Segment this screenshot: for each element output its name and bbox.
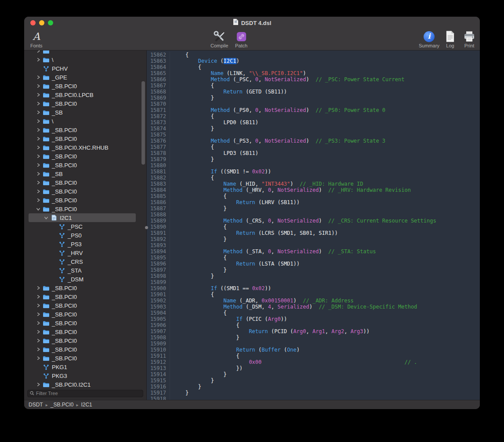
print-button[interactable]: Print — [463, 30, 475, 48]
chevron-right-icon[interactable] — [36, 145, 41, 150]
tree-item-label: _SB — [52, 109, 63, 116]
chevron-right-icon[interactable] — [36, 57, 41, 62]
fonts-button[interactable]: A Fonts — [30, 30, 43, 48]
chevron-down-icon[interactable] — [36, 206, 41, 212]
pane-resize-handle[interactable] — [145, 226, 148, 229]
chevron-right-icon[interactable] — [36, 285, 41, 291]
tree-item[interactable]: PKG3 — [24, 371, 146, 380]
line-number: 15867 — [147, 83, 170, 89]
line-number: 15906 — [147, 322, 170, 328]
tree-item[interactable]: PKG1 — [24, 363, 146, 371]
chevron-right-icon[interactable] — [36, 101, 41, 106]
chevron-right-icon[interactable] — [36, 75, 41, 80]
chevron-right-icon[interactable] — [36, 83, 41, 89]
tree-item[interactable]: _SB.PCI0 — [24, 152, 146, 161]
tree-item[interactable]: \ — [24, 117, 146, 126]
tree-item[interactable]: _SB.PCI0 — [24, 99, 146, 108]
tree-item[interactable]: _SB — [24, 108, 146, 117]
tree-item[interactable]: _SB.PCI0 — [24, 187, 146, 196]
chevron-right-icon[interactable] — [36, 198, 41, 203]
chevron-right-icon[interactable] — [36, 154, 41, 159]
code-line: 15883 Name (_HID, "INT3443") // _HID: Ha… — [147, 181, 480, 187]
tree-item[interactable]: _CRS — [24, 257, 146, 266]
tree-item[interactable]: _PS3 — [24, 240, 146, 248]
chevron-down-icon[interactable] — [44, 215, 49, 220]
filter-tree-field[interactable] — [27, 390, 143, 397]
tree-item[interactable]: _SB.PCI0 — [24, 82, 146, 90]
tree-scroll-area: \PCHV_GPE_SB.PCI0_SB.PCI0.LPCB_SB.PCI0_S… — [24, 50, 146, 388]
tree-item[interactable]: _SB — [24, 169, 146, 178]
chevron-right-icon[interactable] — [36, 347, 41, 352]
chevron-right-icon[interactable] — [36, 110, 41, 115]
tree-item[interactable]: _PSC — [24, 222, 146, 231]
tree-item[interactable]: _STA — [24, 266, 146, 275]
tree-item[interactable] — [24, 50, 146, 55]
tree-item[interactable]: _SB.PCI0 — [24, 161, 146, 169]
close-button[interactable] — [30, 20, 36, 25]
chevron-right-icon[interactable] — [36, 136, 41, 141]
sidebar-scrollbar-thumb[interactable] — [141, 81, 145, 165]
tree-item[interactable]: _SB.PCI0 — [24, 301, 146, 310]
tree-item[interactable]: _SB.PCI0 — [24, 284, 146, 292]
summary-button[interactable]: i Summary — [419, 30, 439, 48]
chevron-right-icon[interactable] — [36, 294, 41, 299]
code-line: 15873 LPD0 (SB11) — [147, 119, 480, 126]
tree-item[interactable]: _SB.PCI0 — [24, 336, 146, 345]
code-line: 15890 { — [147, 224, 480, 230]
log-label: Log — [446, 43, 454, 48]
tree-item[interactable]: _SB.PCI0 — [24, 205, 146, 213]
tree-item[interactable]: _SB.PCI0.I2C1 — [24, 380, 146, 388]
tree-item[interactable]: _SB.PCI0 — [24, 319, 146, 327]
tree-item[interactable]: _HRV — [24, 248, 146, 257]
line-number: 15905 — [147, 316, 170, 322]
tree-item[interactable]: \ — [24, 55, 146, 64]
chevron-right-icon[interactable] — [36, 312, 41, 317]
zoom-button[interactable] — [48, 20, 53, 25]
chevron-right-icon[interactable] — [36, 92, 41, 97]
tree-item[interactable]: _SB.PCI0 — [24, 126, 146, 134]
minimize-button[interactable] — [39, 20, 44, 25]
tree-item[interactable]: _SB.PCI0 — [24, 134, 146, 143]
chevron-right-icon[interactable] — [36, 338, 41, 343]
tree-item[interactable]: _SB.PCI0 — [24, 292, 146, 301]
chevron-right-icon[interactable] — [36, 50, 41, 54]
tree-item[interactable]: _GPE — [24, 73, 146, 82]
code-line: 15879 } — [147, 156, 480, 162]
code-line: 15909 — [147, 341, 480, 347]
chevron-right-icon[interactable] — [36, 356, 41, 361]
breadcrumb-item[interactable]: DSDT — [29, 402, 43, 408]
patch-button[interactable]: Patch — [235, 30, 247, 48]
code-text: If ((SMD1 == 0x02)) — [170, 285, 271, 291]
log-button[interactable]: Log — [445, 30, 455, 48]
tree-item[interactable]: _SB.PCI0 — [24, 196, 146, 205]
tree-item[interactable]: _SB.PCI0 — [24, 327, 146, 336]
tree-item[interactable]: _PS0 — [24, 231, 146, 240]
chevron-right-icon[interactable] — [36, 189, 41, 194]
tree-item[interactable]: _SB.PCI0 — [24, 345, 146, 354]
chevron-right-icon[interactable] — [36, 382, 41, 387]
chevron-right-icon[interactable] — [36, 119, 41, 124]
tree-item[interactable]: _SB.PCI0 — [24, 310, 146, 319]
chevron-right-icon[interactable] — [36, 171, 41, 176]
filter-tree-input[interactable] — [36, 391, 141, 396]
tree-item[interactable]: _SB.PCI0.LPCB — [24, 90, 146, 99]
tree-item[interactable]: _SB.PCI0 — [24, 354, 146, 363]
chevron-right-icon[interactable] — [36, 127, 41, 133]
chevron-right-icon[interactable] — [36, 180, 41, 185]
tree-item[interactable]: PCHV — [24, 64, 146, 73]
tree-item[interactable]: I2C1 — [24, 213, 146, 222]
chevron-right-icon[interactable] — [36, 320, 41, 326]
folder-icon — [42, 311, 50, 318]
compile-button[interactable]: Compile — [210, 30, 228, 48]
title-bar[interactable]: DSDT 4.dsl — [24, 17, 480, 29]
breadcrumb-item[interactable]: I2C1 — [81, 402, 92, 408]
chevron-right-icon[interactable] — [36, 329, 41, 334]
breadcrumb-item[interactable]: _SB.PCI0 — [51, 402, 74, 408]
line-number: 15916 — [147, 384, 170, 390]
tree-item[interactable]: _SB.PCI0 — [24, 178, 146, 187]
tree-item[interactable]: _SB.PCI0.XHC.RHUB — [24, 143, 146, 152]
chevron-right-icon[interactable] — [36, 303, 41, 308]
tree-item[interactable]: _DSM — [24, 275, 146, 284]
code-editor[interactable]: 15862 {15863 Device (I2C1)15864 {15865 N… — [147, 50, 480, 400]
chevron-right-icon[interactable] — [36, 162, 41, 168]
